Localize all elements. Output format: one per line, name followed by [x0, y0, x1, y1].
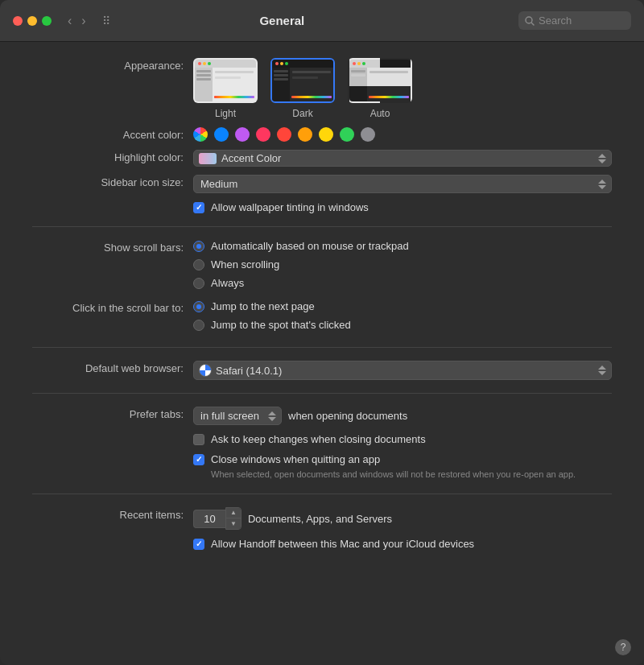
scroll-radio-always[interactable]: Always	[193, 277, 612, 289]
scroll-radio-auto[interactable]: Automatically based on mouse or trackpad	[193, 240, 612, 252]
divider-3	[32, 393, 612, 394]
minimize-button[interactable]	[27, 16, 37, 26]
click-scroll-spot-btn[interactable]	[193, 320, 204, 331]
recent-items-stepper: 10 ▲ ▼	[193, 507, 242, 530]
wallpaper-tinting-checkbox-row[interactable]: Allow wallpaper tinting in windows	[193, 201, 612, 213]
thumb-sidebar-dark	[272, 68, 290, 103]
highlight-color-value: Accent Color	[221, 152, 281, 164]
forward-button[interactable]: ›	[78, 13, 89, 29]
sidebar-bar	[274, 70, 288, 72]
wallpaper-tinting-spacer	[32, 201, 193, 203]
sidebar-bar	[351, 70, 365, 72]
accent-color-label: Accent color:	[32, 127, 193, 141]
accent-multicolor[interactable]	[193, 127, 208, 142]
close-button[interactable]	[13, 16, 23, 26]
default-browser-row: Default web browser: Safari (14.0.1)	[32, 361, 612, 380]
close-windows-checkbox[interactable]	[193, 454, 204, 465]
scroll-radio-scrolling[interactable]: When scrolling	[193, 258, 612, 271]
close-windows-checkbox-row[interactable]: Close windows when quitting an app	[193, 453, 612, 465]
svg-point-0	[526, 17, 532, 23]
thumb-dot	[275, 62, 279, 65]
grid-icon[interactable]: ⠿	[102, 14, 110, 27]
sidebar-icon-size-select[interactable]: Small Medium Large	[193, 175, 612, 193]
help-button[interactable]: ?	[615, 639, 631, 655]
divider-2	[32, 347, 612, 348]
appearance-name-light: Light	[215, 108, 236, 119]
accent-dot-orange[interactable]	[298, 127, 312, 142]
allow-handoff-label: Allow Handoff between this Mac and your …	[211, 538, 474, 550]
default-browser-label: Default web browser:	[32, 361, 193, 374]
click-scroll-next[interactable]: Jump to the next page	[193, 300, 612, 312]
highlight-color-row: Highlight color: Accent Color	[32, 150, 612, 167]
allow-handoff-checkbox[interactable]	[193, 539, 204, 550]
appearance-option-auto[interactable]: Auto	[348, 58, 412, 119]
svg-line-1	[532, 23, 535, 25]
scroll-radio-always-btn[interactable]	[193, 278, 204, 289]
recent-items-control: 10 ▲ ▼ Documents, Apps, and Servers	[193, 507, 612, 530]
highlight-color-select[interactable]: Accent Color	[193, 150, 612, 167]
accent-dot-red[interactable]	[277, 127, 291, 142]
stepper-down[interactable]: ▼	[226, 518, 241, 529]
scroll-radio-auto-btn[interactable]	[193, 241, 204, 252]
recent-items-suffix: Documents, Apps, and Servers	[248, 513, 392, 525]
scroll-radio-always-label: Always	[211, 277, 244, 289]
thumb-dot	[285, 62, 288, 65]
thumb-dot	[198, 62, 201, 65]
scroll-radio-scrolling-btn[interactable]	[193, 259, 204, 271]
thumb-content-line	[215, 76, 241, 79]
accent-color-row: Accent color:	[32, 127, 612, 142]
title-bar: ‹ › ⠿ General Search	[0, 0, 644, 42]
back-button[interactable]: ‹	[64, 13, 75, 29]
appearance-name-auto: Auto	[370, 108, 390, 119]
divider-1	[32, 226, 612, 227]
thumb-dot	[280, 62, 283, 65]
click-scroll-next-label: Jump to the next page	[211, 300, 315, 312]
wallpaper-tinting-control: Allow wallpaper tinting in windows	[193, 201, 612, 213]
scroll-section: Show scroll bars: Automatically based on…	[0, 240, 644, 334]
thumb-dot	[362, 62, 365, 65]
search-box[interactable]: Search	[518, 11, 631, 30]
click-scroll-spot[interactable]: Jump to the spot that's clicked	[193, 319, 612, 331]
close-windows-row: Close windows when quitting an app When …	[32, 453, 612, 481]
allow-handoff-checkbox-row[interactable]: Allow Handoff between this Mac and your …	[193, 538, 612, 550]
browser-value: Safari (14.0.1)	[216, 365, 282, 377]
thumb-dot	[357, 62, 361, 65]
accent-dot-pink[interactable]	[256, 127, 270, 142]
thumb-content-line	[292, 76, 318, 79]
sidebar-icon-size-row: Sidebar icon size: Small Medium Large	[32, 175, 612, 193]
accent-dot-yellow[interactable]	[319, 127, 333, 142]
accent-dot-graphite[interactable]	[361, 127, 375, 142]
stepper-up[interactable]: ▲	[226, 508, 241, 518]
thumb-dot	[203, 62, 206, 65]
appearance-option-dark[interactable]: Dark	[270, 58, 335, 119]
accent-dot-green[interactable]	[340, 127, 354, 142]
accent-dot-purple[interactable]	[235, 127, 250, 142]
browser-select[interactable]: Safari (14.0.1)	[193, 361, 612, 380]
recent-items-inline: 10 ▲ ▼ Documents, Apps, and Servers	[193, 507, 612, 530]
thumb-topbar-dark	[272, 60, 333, 68]
recent-section: Recent items: 10 ▲ ▼ Documents, Apps, an…	[0, 507, 644, 550]
prefer-tabs-control: always in full screen manually when open…	[193, 407, 612, 425]
ask-keep-changes-spacer	[32, 433, 193, 435]
thumb-topbar-light	[195, 60, 256, 68]
click-scroll-next-btn[interactable]	[193, 301, 204, 312]
wallpaper-tinting-checkbox[interactable]	[193, 202, 204, 213]
search-icon	[525, 16, 535, 26]
default-browser-control: Safari (14.0.1)	[193, 361, 612, 380]
search-placeholder: Search	[539, 14, 572, 27]
thumb-colorbar	[291, 96, 332, 98]
nav-buttons: ‹ ›	[64, 13, 89, 29]
maximize-button[interactable]	[42, 16, 52, 26]
browser-section: Default web browser: Safari (14.0.1)	[0, 361, 644, 380]
accent-dot-blue[interactable]	[214, 127, 229, 142]
ask-keep-changes-checkbox[interactable]	[193, 434, 204, 445]
appearance-options: Light	[193, 58, 612, 119]
ask-keep-changes-checkbox-row[interactable]: Ask to keep changes when closing documen…	[193, 433, 612, 445]
close-windows-control: Close windows when quitting an app When …	[193, 453, 612, 481]
prefer-tabs-row: Prefer tabs: always in full screen manua…	[32, 407, 612, 425]
prefer-tabs-select[interactable]: always in full screen manually	[193, 407, 282, 425]
highlight-swatch	[199, 153, 217, 164]
sidebar-bar	[196, 70, 211, 72]
appearance-label: Appearance:	[32, 58, 193, 72]
appearance-option-light[interactable]: Light	[193, 58, 258, 119]
